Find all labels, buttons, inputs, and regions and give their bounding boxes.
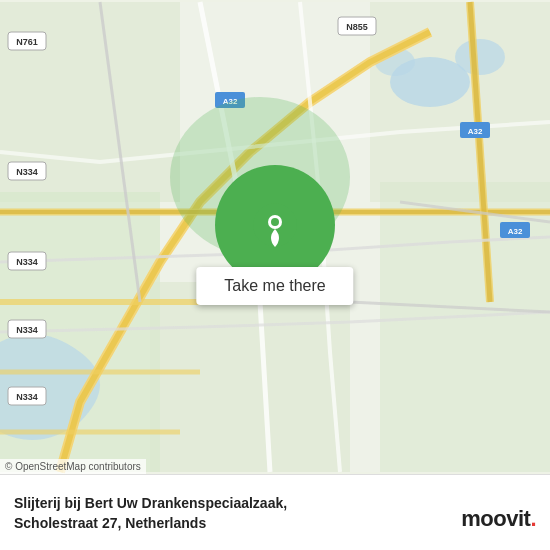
take-me-there-button[interactable]: Take me there <box>196 267 353 305</box>
moovit-dot: . <box>530 506 536 531</box>
attribution-text: © OpenStreetMap contributors <box>5 461 141 472</box>
map-attribution: © OpenStreetMap contributors <box>0 459 146 474</box>
svg-rect-3 <box>150 282 350 472</box>
svg-text:N855: N855 <box>346 22 368 32</box>
location-title: Slijterij bij Bert Uw Drankenspeciaalzaa… <box>14 494 536 533</box>
map-area: N761 N855 N334 N334 N334 N334 A32 A32 A3… <box>0 0 550 474</box>
location-title-line2: Scholestraat 27, Netherlands <box>14 515 206 531</box>
svg-text:A32: A32 <box>508 227 523 236</box>
svg-rect-4 <box>370 2 550 202</box>
app-container: N761 N855 N334 N334 N334 N334 A32 A32 A3… <box>0 0 550 550</box>
svg-text:A32: A32 <box>468 127 483 136</box>
svg-text:N334: N334 <box>16 167 38 177</box>
svg-text:N334: N334 <box>16 325 38 335</box>
svg-text:N761: N761 <box>16 37 38 47</box>
moovit-logo: moovit. <box>461 506 536 532</box>
location-title-line1: Slijterij bij Bert Uw Drankenspeciaalzaa… <box>14 495 287 511</box>
svg-text:N334: N334 <box>16 392 38 402</box>
svg-point-7 <box>455 39 505 75</box>
pin-icon <box>253 203 297 247</box>
svg-point-37 <box>271 218 279 226</box>
svg-text:N334: N334 <box>16 257 38 267</box>
